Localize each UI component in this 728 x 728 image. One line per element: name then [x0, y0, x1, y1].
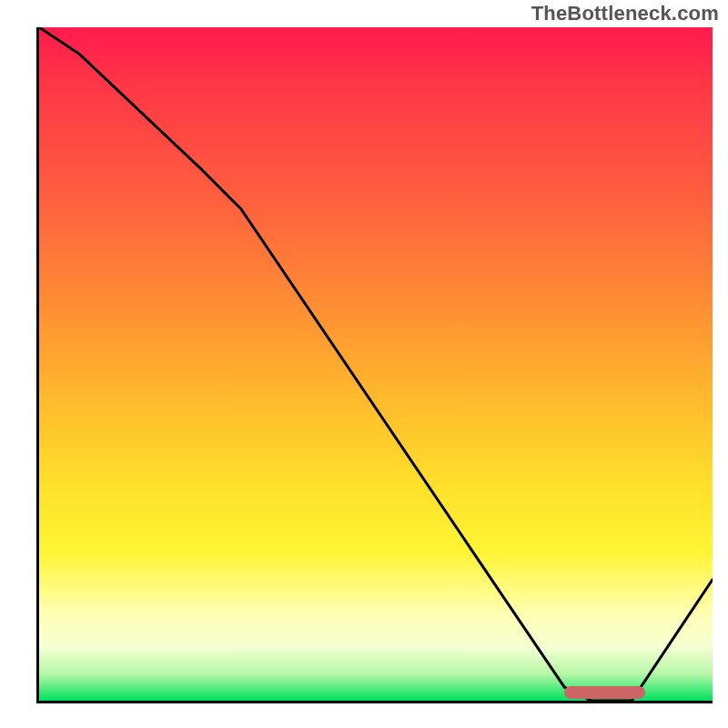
curve-path — [39, 27, 713, 701]
chart-plot-area — [36, 27, 713, 703]
optimal-range-marker — [564, 686, 645, 699]
bottleneck-curve — [39, 27, 713, 701]
watermark-text: TheBottleneck.com — [531, 2, 719, 25]
